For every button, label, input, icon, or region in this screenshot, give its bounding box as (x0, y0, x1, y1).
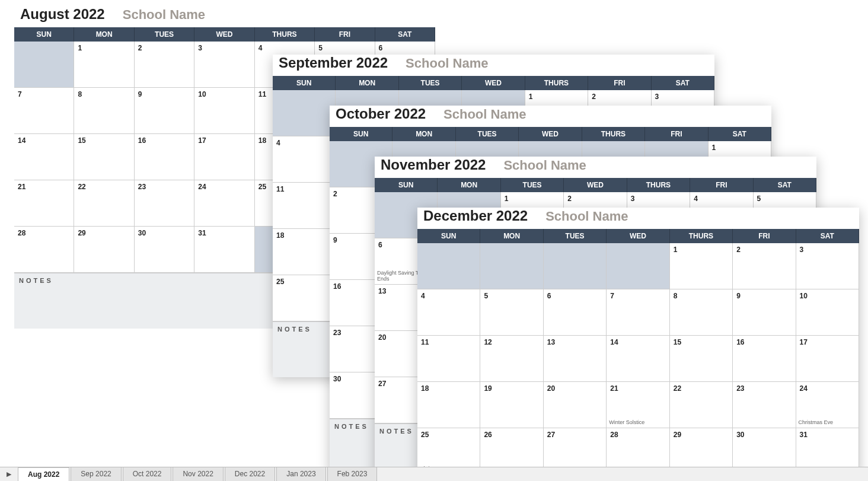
day-header-cell: TUES (399, 76, 462, 90)
day-header-cell: THURS (627, 178, 690, 192)
calendar-cell[interactable]: 2 (733, 243, 796, 289)
day-header-cell: SAT (796, 229, 859, 243)
calendar-cell[interactable]: 21Winter Solstice (607, 382, 669, 428)
day-header-cell: FRI (690, 178, 753, 192)
calendar-cell[interactable]: 13 (544, 336, 607, 382)
calendar-cell[interactable]: 5 (480, 289, 543, 336)
calendar-cell[interactable] (417, 243, 480, 289)
sheet-tab[interactable]: Aug 2022 (18, 467, 69, 481)
calendar-cell[interactable] (480, 243, 543, 289)
day-header-cell: SUN (330, 127, 392, 141)
tabs-container: Aug 2022Sep 2022Oct 2022Nov 2022Dec 2022… (18, 467, 378, 481)
sheet-tabs-bar: ▶ Aug 2022Sep 2022Oct 2022Nov 2022Dec 20… (0, 467, 868, 481)
month-title: December 2022 (423, 208, 528, 224)
calendar-cell[interactable]: 23 (733, 382, 796, 428)
calendar-cell[interactable]: 11 (273, 183, 336, 229)
school-name: School Name (406, 56, 488, 71)
calendar-cell[interactable]: 22 (74, 180, 134, 227)
calendar-cell[interactable]: 11 (417, 336, 480, 382)
sheet-tab[interactable]: Jan 2023 (276, 467, 326, 481)
calendar-cell[interactable]: 16 (135, 134, 194, 180)
day-header-cell: SUN (273, 76, 336, 90)
day-header-cell: THURS (582, 127, 645, 141)
sheet-tab[interactable]: Dec 2022 (225, 467, 275, 481)
title-row: December 2022 School Name (417, 208, 859, 229)
calendar-cell[interactable]: 28 (14, 227, 74, 273)
calendar-cell[interactable]: 15 (74, 134, 134, 180)
day-header-cell: MON (74, 27, 134, 42)
calendar-cell[interactable]: 3 (194, 42, 254, 88)
calendar-cell[interactable]: 7 (607, 289, 669, 336)
day-header: SUNMONTUESWEDTHURSFRISAT (375, 178, 816, 192)
school-name: School Name (545, 209, 628, 224)
day-header-cell: WED (564, 178, 627, 192)
day-header-cell: FRI (733, 229, 796, 243)
day-header-cell: FRI (588, 76, 651, 90)
calendar-cell[interactable]: 14 (607, 336, 669, 382)
calendar-grid: 123456789101112131415161718192021Winter … (417, 243, 859, 474)
month-title: October 2022 (336, 106, 426, 122)
calendar-cell[interactable]: 31 (194, 227, 254, 273)
month-title: November 2022 (381, 157, 486, 173)
sheet-tab[interactable]: Sep 2022 (71, 467, 121, 481)
day-header-cell: WED (462, 76, 525, 90)
day-header-cell: THURS (255, 27, 315, 42)
day-header-cell: FRI (645, 127, 708, 141)
calendar-cell[interactable]: 4 (273, 136, 336, 183)
calendar-cell[interactable]: 4 (417, 289, 480, 336)
calendar-cell[interactable]: 18 (417, 382, 480, 428)
calendar-cell[interactable]: 15 (670, 336, 733, 382)
title-row: August 2022 School Name (14, 6, 435, 27)
calendar-cell[interactable]: 1 (74, 42, 134, 88)
school-name: School Name (123, 7, 205, 23)
calendar-cell[interactable]: 6 (544, 289, 607, 336)
calendar-cell[interactable]: 22 (670, 382, 733, 428)
calendar-cell[interactable] (14, 42, 74, 88)
calendar-cell[interactable]: 30 (135, 227, 194, 273)
calendar-cell[interactable]: 7 (14, 88, 74, 134)
calendar-cell[interactable]: 12 (480, 336, 543, 382)
calendar-cell[interactable]: 3 (796, 243, 859, 289)
calendar-cell[interactable]: 14 (14, 134, 74, 180)
day-header-cell: WED (519, 127, 582, 141)
calendar-cell[interactable]: 18 (273, 229, 336, 275)
calendar-cell[interactable]: 9 (135, 88, 194, 134)
calendar-cell[interactable]: 23 (135, 180, 194, 227)
calendar-cell[interactable]: 17 (796, 336, 859, 382)
day-header-cell: MON (480, 229, 543, 243)
calendar-cell[interactable]: 9 (733, 289, 796, 336)
day-header-cell: WED (607, 229, 669, 243)
calendar-cell[interactable]: 19 (480, 382, 543, 428)
calendar-cell[interactable]: 24Christmas Eve (796, 382, 859, 428)
calendar-cell[interactable]: 29 (74, 227, 134, 273)
month-title: September 2022 (279, 55, 388, 71)
day-header-cell: MON (336, 76, 398, 90)
calendar-cell[interactable]: 17 (194, 134, 254, 180)
sheet-tab[interactable]: Feb 2023 (327, 467, 378, 481)
calendar-cell[interactable]: 10 (796, 289, 859, 336)
calendar-cell[interactable] (273, 90, 336, 136)
calendar-cell[interactable]: 24 (194, 180, 254, 227)
calendar-cell[interactable]: 2 (135, 42, 194, 88)
day-header-cell: TUES (456, 127, 519, 141)
calendar-cell[interactable]: 1 (670, 243, 733, 289)
calendar-cell[interactable]: 25 (273, 275, 336, 321)
calendar-cell[interactable]: 8 (74, 88, 134, 134)
calendar-cell[interactable] (607, 243, 669, 289)
calendar-cell[interactable]: 8 (670, 289, 733, 336)
calendar-cell[interactable]: 21 (14, 180, 74, 227)
day-header: SUNMONTUESWEDTHURSFRISAT (417, 229, 859, 243)
title-row: September 2022 School Name (273, 55, 714, 76)
day-header-cell: THURS (670, 229, 733, 243)
calendar-cell[interactable]: 16 (733, 336, 796, 382)
day-header-cell: SAT (375, 27, 435, 42)
tab-nav-icon[interactable]: ▶ (0, 470, 18, 478)
day-header-cell: TUES (135, 27, 194, 42)
day-header-cell: TUES (501, 178, 564, 192)
calendar-cell[interactable]: 10 (194, 88, 254, 134)
calendar-cell[interactable]: 20 (544, 382, 607, 428)
day-header-cell: WED (194, 27, 254, 42)
calendar-cell[interactable] (544, 243, 607, 289)
sheet-tab[interactable]: Nov 2022 (173, 467, 223, 481)
sheet-tab[interactable]: Oct 2022 (123, 467, 172, 481)
